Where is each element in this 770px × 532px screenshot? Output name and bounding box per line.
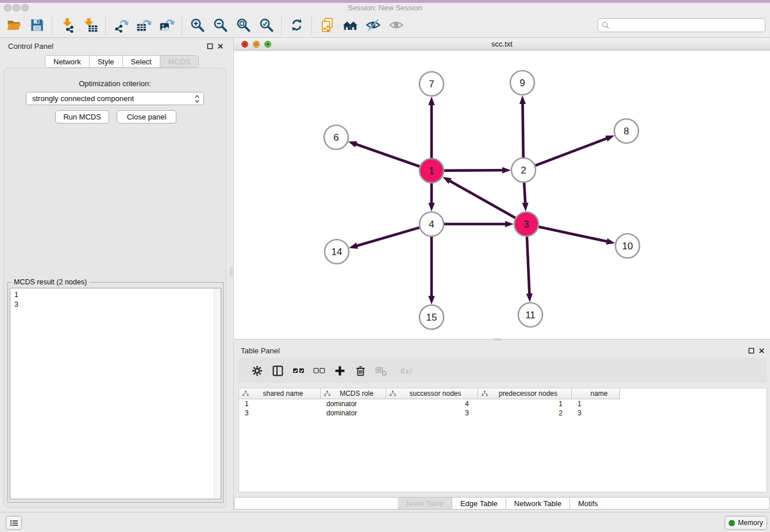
- node-1[interactable]: 1: [419, 159, 444, 183]
- table-tab-node-table[interactable]: Node Table: [398, 498, 452, 509]
- column-header-name[interactable]: name: [572, 388, 620, 399]
- node-2[interactable]: 2: [511, 158, 536, 182]
- open-session-button[interactable]: [2, 14, 25, 37]
- table-panel-float-button[interactable]: [748, 347, 755, 354]
- home-layout-button[interactable]: [338, 14, 361, 37]
- edge-4-14: [349, 228, 419, 249]
- column-header-shared-name[interactable]: shared name: [239, 388, 321, 399]
- close-icon: [217, 43, 224, 49]
- control-panel: Control Panel NetworkStyleSelectMCDS Opt…: [0, 38, 230, 512]
- svg-text:4: 4: [429, 219, 434, 230]
- hide-graphics-details-button[interactable]: [361, 14, 384, 37]
- table-tab-network-table[interactable]: Network Table: [506, 498, 569, 509]
- task-history-button[interactable]: [6, 516, 22, 530]
- function-builder-icon: [398, 364, 411, 377]
- cell-predecessor-nodes: 1: [478, 399, 572, 408]
- node-14[interactable]: 14: [325, 240, 349, 264]
- run-mcds-button[interactable]: Run MCDS: [55, 110, 109, 124]
- zoom-in-button[interactable]: [186, 14, 209, 37]
- node-15[interactable]: 15: [419, 305, 444, 329]
- edge-1-4: [428, 183, 434, 211]
- control-panel-header: Control Panel: [0, 38, 230, 54]
- clone-network-icon: [319, 17, 335, 33]
- function-builder-button[interactable]: [391, 360, 418, 381]
- panel-splitter-handle[interactable]: [230, 267, 233, 276]
- control-tab-select[interactable]: Select: [122, 56, 160, 67]
- cell-mcds-role: dominator: [321, 408, 386, 418]
- unselect-all-columns-button[interactable]: [309, 360, 329, 381]
- select-all-columns-button[interactable]: [288, 360, 309, 381]
- toolbar-separator: [52, 16, 52, 35]
- control-tab-style[interactable]: Style: [89, 56, 122, 67]
- node-8[interactable]: 8: [614, 119, 638, 143]
- node-11[interactable]: 11: [518, 303, 542, 327]
- mcds-result-text: 1 3: [10, 288, 213, 499]
- cell-name: 1: [572, 399, 620, 408]
- mcds-result-area[interactable]: 1 3: [10, 288, 221, 499]
- export-table-button[interactable]: [132, 14, 155, 37]
- memory-label: Memory: [738, 519, 763, 527]
- show-graphics-details-button[interactable]: [384, 14, 407, 37]
- control-panel-close-button[interactable]: [217, 43, 224, 50]
- table-tab-motifs[interactable]: Motifs: [569, 498, 606, 509]
- table-panel-title: Table Panel: [241, 346, 280, 355]
- network-canvas[interactable]: 1234678910111415: [234, 51, 770, 340]
- edge-3-11: [526, 237, 533, 302]
- delete-column-icon: [354, 364, 367, 377]
- zoom-out-button[interactable]: [209, 14, 232, 37]
- column-header-mcds-role[interactable]: MCDS role: [321, 388, 386, 399]
- table-row[interactable]: 1dominator411: [239, 399, 767, 408]
- zoom-fit-button[interactable]: [232, 14, 255, 37]
- close-panel-button[interactable]: Close panel: [117, 110, 176, 124]
- svg-text:9: 9: [519, 78, 525, 88]
- node-6[interactable]: 6: [324, 125, 348, 149]
- zoom-out-icon: [213, 17, 228, 33]
- node-4[interactable]: 4: [419, 212, 444, 236]
- table-toolbar: [238, 358, 767, 383]
- column-header-predecessor-nodes[interactable]: predecessor nodes: [478, 388, 572, 399]
- svg-text:3: 3: [523, 219, 529, 230]
- zoom-selected-button[interactable]: [255, 14, 278, 37]
- toggle-panel-mode-button[interactable]: [267, 360, 288, 381]
- import-network-button[interactable]: [56, 14, 79, 37]
- network-window-title: scc.txt: [234, 40, 770, 48]
- zoom-in-icon: [190, 17, 205, 33]
- delete-column-button[interactable]: [350, 360, 371, 381]
- refresh-layout-button[interactable]: [285, 14, 308, 37]
- criterion-select[interactable]: strongly connected component: [26, 92, 204, 105]
- hide-graphics-details-icon: [365, 17, 381, 33]
- node-10[interactable]: 10: [615, 234, 640, 258]
- export-network-icon: [113, 17, 129, 33]
- table-tab-edge-table[interactable]: Edge Table: [452, 498, 506, 509]
- control-tab-network[interactable]: Network: [45, 56, 89, 67]
- export-network-button[interactable]: [109, 14, 132, 37]
- result-scrollbar[interactable]: [214, 288, 221, 499]
- control-panel-float-button[interactable]: [206, 43, 214, 50]
- memory-button[interactable]: Memory: [725, 516, 767, 530]
- control-tab-mcds[interactable]: MCDS: [160, 56, 198, 67]
- cell-successor-nodes: 4: [386, 399, 478, 408]
- save-session-button[interactable]: [25, 14, 48, 37]
- unselect-all-columns-icon: [313, 364, 326, 377]
- search-input[interactable]: [610, 20, 765, 31]
- cell-predecessor-nodes: 2: [478, 408, 572, 418]
- canvas-splitter-handle[interactable]: [494, 338, 502, 341]
- export-image-button[interactable]: [155, 14, 178, 37]
- mcds-panel: Optimization criterion: strongly connect…: [3, 68, 226, 508]
- node-7[interactable]: 7: [419, 72, 444, 96]
- import-table-button[interactable]: [79, 14, 102, 37]
- clone-network-button[interactable]: [315, 14, 338, 37]
- node-9[interactable]: 9: [510, 71, 534, 95]
- cell-successor-nodes: 3: [386, 408, 478, 418]
- table-panel-close-button[interactable]: [758, 347, 765, 354]
- table-settings-button[interactable]: [247, 360, 267, 381]
- node-3[interactable]: 3: [514, 212, 538, 236]
- search-field[interactable]: [598, 18, 765, 32]
- table-row[interactable]: 3dominator323: [239, 408, 767, 418]
- delete-table-button[interactable]: [371, 360, 391, 381]
- svg-text:10: 10: [622, 241, 633, 252]
- add-column-button[interactable]: [329, 360, 350, 381]
- svg-text:14: 14: [332, 246, 342, 257]
- node-table: shared nameMCDS rolesuccessor nodesprede…: [238, 388, 767, 492]
- column-header-successor-nodes[interactable]: successor nodes: [386, 388, 478, 399]
